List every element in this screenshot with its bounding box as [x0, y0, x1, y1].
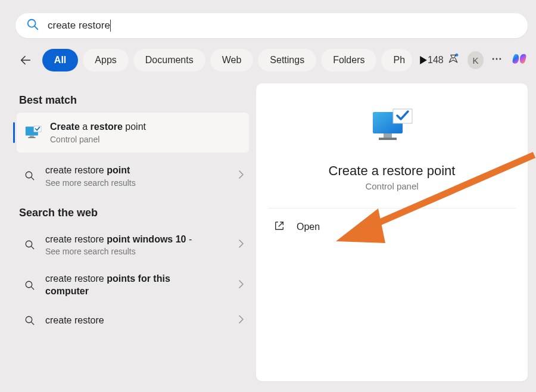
svg-rect-7	[30, 136, 34, 138]
svg-line-17	[32, 322, 34, 325]
system-properties-icon-large	[368, 107, 416, 149]
svg-line-1	[35, 26, 38, 29]
svg-rect-19	[384, 133, 392, 138]
rewards-points[interactable]: 148	[428, 53, 459, 67]
web-result-1[interactable]: create restore points for thiscomputer	[17, 265, 249, 306]
best-match-subtitle: Control panel	[50, 135, 241, 144]
search-icon	[23, 239, 37, 250]
search-icon	[23, 280, 37, 291]
search-icon	[26, 18, 39, 33]
scroll-tabs-right[interactable]	[419, 56, 428, 64]
user-avatar[interactable]: K	[468, 51, 484, 69]
svg-rect-8	[28, 137, 35, 138]
open-external-icon	[274, 220, 285, 234]
best-match-header: Best match	[19, 94, 249, 107]
chevron-right-icon	[238, 170, 244, 181]
filter-tab-folders[interactable]: Folders	[321, 49, 376, 71]
svg-point-5	[499, 58, 501, 60]
copilot-icon[interactable]	[511, 51, 529, 69]
svg-point-4	[496, 58, 498, 60]
preview-subtitle: Control panel	[256, 181, 528, 191]
web-result-title: create restore point windows 10 -	[45, 234, 238, 246]
chevron-right-icon	[238, 280, 244, 291]
filter-tab-overflow[interactable]: Ph	[381, 49, 412, 71]
open-label: Open	[297, 222, 320, 232]
svg-point-3	[493, 58, 494, 60]
svg-line-13	[32, 247, 34, 249]
svg-line-11	[32, 178, 34, 180]
results-column: Best match Create a restore point Contro…	[17, 83, 249, 335]
filter-tab-all[interactable]: All	[42, 49, 78, 71]
suggestion-title: create restore point	[45, 164, 238, 177]
open-action[interactable]: Open	[256, 209, 528, 245]
suggestion-subtitle: See more search results	[45, 178, 238, 188]
web-result-2[interactable]: create restore	[17, 306, 249, 335]
search-web-header: Search the web	[19, 207, 249, 219]
filter-tab-documents[interactable]: Documents	[133, 49, 205, 71]
search-icon	[23, 315, 37, 326]
web-result-0[interactable]: create restore point windows 10 - See mo…	[17, 225, 249, 265]
svg-rect-20	[379, 138, 397, 140]
preview-panel: Create a restore point Control panel Ope…	[256, 83, 528, 381]
filter-tab-web[interactable]: Web	[210, 49, 254, 71]
back-button[interactable]	[17, 50, 35, 70]
filter-tab-apps[interactable]: Apps	[83, 49, 128, 71]
web-result-title: create restore points for thiscomputer	[45, 273, 238, 298]
rewards-icon	[447, 53, 459, 67]
text-cursor	[110, 20, 111, 32]
chevron-right-icon	[238, 315, 244, 326]
web-result-title: create restore	[45, 315, 238, 327]
filter-tabs-row: All Apps Documents Web Settings Folders …	[17, 49, 529, 71]
search-input-display[interactable]: create restore	[48, 20, 110, 32]
web-result-subtitle: See more search results	[45, 247, 238, 256]
search-suggestion-point[interactable]: create restore point See more search res…	[17, 156, 249, 196]
system-properties-icon	[25, 126, 42, 139]
best-match-title: Create a restore point	[50, 121, 241, 133]
svg-line-15	[32, 287, 34, 290]
filter-tab-settings[interactable]: Settings	[258, 49, 316, 71]
best-match-result[interactable]: Create a restore point Control panel	[17, 113, 249, 153]
search-icon	[23, 170, 37, 181]
chevron-right-icon	[238, 239, 244, 250]
more-options-button[interactable]	[491, 53, 503, 67]
preview-title: Create a restore point	[256, 163, 528, 179]
search-bar[interactable]: create restore	[15, 13, 528, 38]
